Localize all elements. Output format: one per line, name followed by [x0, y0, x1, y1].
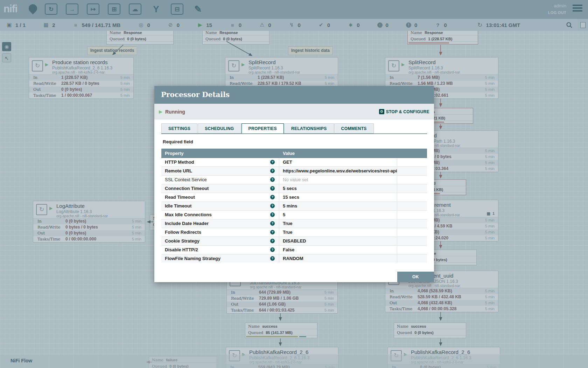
property-row: FlowFile Naming Strategy ? RANDOM — [161, 254, 427, 263]
ok-button[interactable]: OK — [397, 272, 434, 282]
run-state-label: Running — [165, 109, 185, 115]
property-value-cell: GET — [279, 158, 397, 166]
property-value-cell: True — [279, 228, 397, 237]
nifi-app: Ingest station records Ingest historic d… — [0, 0, 588, 368]
property-extra-cell — [397, 176, 427, 184]
properties-table-rows: HTTP Method ? GET Remote URL ? https://w… — [161, 158, 427, 263]
property-name-cell: Remote URL ? — [161, 167, 279, 175]
tab-relationships[interactable]: RELATIONSHIPS — [284, 123, 334, 134]
property-extra-cell — [397, 237, 427, 245]
help-icon[interactable]: ? — [270, 212, 275, 217]
tab-settings[interactable]: SETTINGS — [161, 123, 197, 134]
help-icon[interactable]: ? — [270, 230, 275, 234]
property-name-cell: Connection Timeout ? — [161, 184, 279, 193]
property-value-cell: True — [279, 219, 397, 228]
help-icon[interactable]: ? — [270, 186, 275, 191]
property-name-cell: Disable HTTP/2 ? — [161, 246, 279, 254]
property-extra-cell — [397, 254, 427, 263]
property-row: HTTP Method ? GET — [161, 158, 427, 167]
property-row: Connection Timeout ? 5 secs — [161, 184, 427, 193]
property-extra-cell — [397, 246, 427, 254]
property-row: Read Timeout ? 15 secs — [161, 193, 427, 202]
tab-properties[interactable]: PROPERTIES — [241, 123, 284, 134]
property-row: Disable HTTP/2 ? False — [161, 246, 427, 254]
property-row: SSL Context Service ? No value set — [161, 176, 427, 184]
property-name-cell: Read Timeout ? — [161, 193, 279, 202]
property-row: Idle Timeout ? 5 mins — [161, 202, 427, 211]
help-icon[interactable]: ? — [270, 195, 275, 199]
property-extra-cell — [397, 202, 427, 210]
properties-table: Property Value HTTP Method ? GET Remote … — [161, 149, 427, 263]
help-icon[interactable]: ? — [270, 169, 275, 173]
property-value-cell: False — [279, 246, 397, 254]
property-column-header: Property — [161, 149, 279, 158]
property-value-cell: 5 — [279, 211, 397, 219]
property-value-cell: No value set — [279, 176, 397, 184]
property-extra-cell — [397, 219, 427, 228]
tab-comments[interactable]: COMMENTS — [334, 123, 374, 134]
property-value-cell: 5 secs — [279, 184, 397, 193]
property-row: Cookie Strategy ? DISABLED — [161, 237, 427, 246]
property-row: Max Idle Connections ? 5 — [161, 211, 427, 219]
help-icon[interactable]: ? — [270, 256, 275, 261]
dialog-header: Processor Details — [154, 86, 434, 104]
property-name-cell: Cookie Strategy ? — [161, 237, 279, 245]
property-extra-cell — [397, 228, 427, 237]
property-name-cell: SSL Context Service ? — [161, 176, 279, 184]
property-row: Remote URL ? https://www.pegelonline.wsv… — [161, 167, 427, 176]
help-icon[interactable]: ? — [270, 247, 275, 252]
value-column-header: Value — [279, 149, 397, 158]
property-name-cell: Idle Timeout ? — [161, 202, 279, 210]
help-icon[interactable]: ? — [270, 221, 275, 226]
properties-table-header: Property Value — [161, 149, 427, 158]
dialog-tabs: SETTINGS SCHEDULING PROPERTIES RELATIONS… — [161, 123, 427, 134]
property-extra-cell — [397, 211, 427, 219]
running-icon: ▶ — [159, 109, 162, 114]
property-name-cell: HTTP Method ? — [161, 158, 279, 166]
property-value-cell: RANDOM — [279, 254, 397, 263]
property-extra-cell — [397, 193, 427, 202]
property-value-cell: https://www.pegelonline.wsv.de/webservic… — [279, 167, 397, 175]
dialog-title: Processor Details — [154, 86, 434, 104]
required-field-note: Required field — [163, 139, 427, 144]
property-name-cell: Follow Redirects ? — [161, 228, 279, 237]
help-icon[interactable]: ? — [270, 160, 275, 164]
gear-icon: ⚙ — [379, 109, 384, 114]
dialog-status-row: ▶ Running ⚙ STOP & CONFIGURE — [154, 104, 434, 120]
property-extra-cell — [397, 184, 427, 193]
property-extra-cell — [397, 167, 427, 175]
help-icon[interactable]: ? — [270, 177, 275, 182]
property-row: Follow Redirects ? True — [161, 228, 427, 237]
property-extra-cell — [397, 158, 427, 166]
property-row: Include Date Header ? True — [161, 219, 427, 228]
property-value-cell: DISABLED — [279, 237, 397, 245]
help-icon[interactable]: ? — [270, 204, 275, 208]
property-name-cell: FlowFile Naming Strategy ? — [161, 254, 279, 263]
property-name-cell: Include Date Header ? — [161, 219, 279, 228]
tab-scheduling[interactable]: SCHEDULING — [198, 123, 241, 134]
stop-and-configure-button[interactable]: ⚙ STOP & CONFIGURE — [379, 109, 429, 114]
property-value-cell: 5 mins — [279, 202, 397, 210]
property-value-cell: 15 secs — [279, 193, 397, 202]
dialog-body: SETTINGS SCHEDULING PROPERTIES RELATIONS… — [154, 120, 434, 263]
processor-details-dialog: Processor Details ▶ Running ⚙ STOP & CON… — [154, 86, 434, 282]
help-icon[interactable]: ? — [270, 239, 275, 243]
property-name-cell: Max Idle Connections ? — [161, 211, 279, 219]
